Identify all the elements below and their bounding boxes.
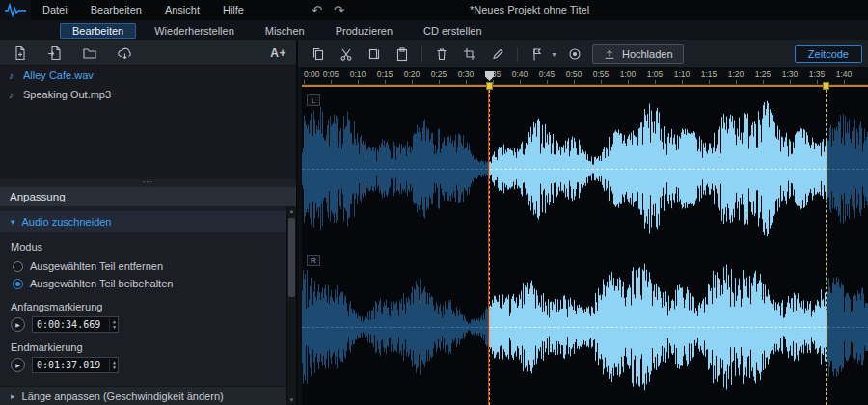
ruler-tick-label: 0:50 — [566, 69, 583, 79]
ruler-tick-label: 1:15 — [701, 69, 718, 79]
waveform-canvas[interactable] — [302, 85, 868, 405]
selection-start-handle[interactable] — [486, 82, 493, 90]
tab-wiederherstellen[interactable]: Wiederherstellen — [142, 23, 247, 39]
tab-bearbeiten[interactable]: Bearbeiten — [60, 23, 136, 39]
duplicate-icon[interactable] — [364, 44, 385, 64]
section-audio-zuschneiden[interactable]: ▾ Audio zuschneiden — [0, 211, 296, 232]
play-end-button[interactable]: ▶ — [11, 358, 25, 372]
timeline-ruler[interactable]: 0:000:050:100:150:200:250:300:350:400:45… — [302, 68, 868, 85]
selection-end-handle[interactable] — [823, 82, 829, 90]
chevron-right-icon: ▸ — [11, 392, 15, 401]
ruler-tick-mark — [466, 80, 467, 84]
window-title: *Neues Projekt ohne Titel — [470, 0, 589, 20]
paste-icon[interactable] — [392, 44, 413, 64]
ruler-tick-mark — [439, 80, 440, 84]
list-item-audio-file[interactable]: ♪ Speaking Out.mp3 — [0, 85, 296, 104]
stepper-down-icon[interactable]: ▼ — [113, 325, 116, 330]
open-folder-icon[interactable] — [79, 43, 100, 63]
radio-remove-selected-part[interactable]: Ausgewählten Teil entfernen — [0, 257, 296, 275]
channel-left-label: L — [307, 94, 320, 106]
import-file-icon[interactable] — [44, 43, 66, 63]
timecode-button[interactable]: Zeitcode — [795, 45, 862, 63]
text-to-speech-icon[interactable]: A+ — [270, 46, 286, 60]
start-mark-label: Anfangsmarkierung — [11, 301, 296, 312]
upload-label: Hochladen — [622, 48, 673, 60]
menu-datei[interactable]: Datei — [31, 0, 79, 20]
ruler-tick-label: 0:45 — [539, 69, 556, 79]
waveform-area[interactable]: L R — [302, 85, 868, 405]
ruler-tick-label: 1:10 — [674, 69, 691, 79]
ruler-tick-label: 1:35 — [809, 69, 826, 79]
start-time-field[interactable]: 0:00:34.669 ▲ ▼ — [32, 316, 119, 333]
ruler-tick-mark — [574, 80, 575, 84]
redo-icon[interactable]: ↷ — [334, 3, 344, 17]
end-time-value: 0:01:37.019 — [37, 360, 100, 370]
cut-icon[interactable] — [336, 44, 357, 64]
modus-label: Modus — [11, 241, 296, 253]
scrollbar-thumb[interactable] — [288, 218, 295, 297]
tab-produzieren[interactable]: Produzieren — [323, 23, 405, 39]
ruler-tick-label: 0:15 — [377, 69, 393, 79]
app-logo-icon — [0, 0, 31, 20]
loop-range-bar[interactable] — [302, 85, 868, 87]
menu-hilfe[interactable]: Hilfe — [211, 0, 256, 20]
cloud-download-icon[interactable] — [114, 43, 135, 63]
music-note-icon: ♪ — [9, 70, 16, 81]
marker-dropdown-icon[interactable]: ▼ — [551, 51, 557, 58]
end-time-field[interactable]: 0:01:37.019 ▲ ▼ — [32, 357, 119, 373]
toolbar-separator — [421, 47, 422, 62]
ruler-tick-mark — [331, 80, 332, 84]
menu-bearbeiten[interactable]: Bearbeiten — [79, 0, 153, 20]
scrollbar-down-icon[interactable]: ▼ — [287, 395, 296, 405]
play-icon: ▶ — [15, 362, 20, 368]
selection-start-line[interactable] — [489, 85, 490, 405]
play-start-button[interactable]: ▶ — [11, 317, 25, 332]
menu-bar: Datei Bearbeiten Ansicht Hilfe ↶ ↷ *Neue… — [0, 0, 868, 20]
import-audio-icon[interactable] — [10, 43, 31, 63]
undo-icon[interactable]: ↶ — [312, 3, 322, 17]
adjust-scrollbar[interactable]: ▲ ▼ — [286, 206, 296, 405]
start-time-stepper[interactable]: ▲ ▼ — [109, 318, 116, 331]
selection-end-line[interactable] — [826, 85, 827, 405]
ruler-tick-mark — [493, 80, 494, 84]
file-name: Alley Cafe.wav — [23, 69, 94, 81]
panel-resize-handle[interactable]: ⋯ — [0, 179, 296, 187]
ruler-tick-label: 1:00 — [620, 69, 637, 79]
ruler-tick-mark — [385, 80, 386, 84]
ruler-tick-mark — [817, 80, 818, 84]
stepper-down-icon[interactable]: ▼ — [113, 365, 116, 370]
ruler-tick-label: 1:20 — [728, 69, 745, 79]
waveform-editor: ▼ Hochladen Zeitcode 0:000:050:100:150:2… — [298, 40, 868, 405]
draw-icon[interactable] — [487, 44, 508, 64]
library-toolbar: A+ — [0, 40, 296, 66]
end-time-stepper[interactable]: ▲ ▼ — [109, 359, 116, 371]
ruler-tick-label: 0:40 — [512, 69, 529, 79]
radio-icon[interactable] — [13, 261, 23, 272]
delete-icon[interactable] — [431, 44, 452, 64]
editor-toolbar: ▼ Hochladen Zeitcode — [298, 40, 868, 68]
copy-icon[interactable] — [308, 44, 329, 64]
ruler-tick-mark — [412, 80, 413, 84]
start-time-value: 0:00:34.669 — [37, 319, 100, 330]
ruler-tick-label: 0:30 — [458, 69, 475, 79]
radio-icon[interactable] — [13, 279, 23, 289]
file-name: Speaking Out.mp3 — [23, 89, 111, 100]
marker-icon[interactable] — [527, 44, 548, 64]
menu-ansicht[interactable]: Ansicht — [153, 0, 211, 20]
tab-mischen[interactable]: Mischen — [253, 23, 317, 39]
music-note-icon: ♪ — [9, 90, 16, 100]
ruler-tick-mark — [709, 80, 710, 84]
list-item-audio-file[interactable]: ♪ Alley Cafe.wav — [0, 66, 296, 85]
preview-icon[interactable] — [564, 44, 585, 64]
upload-button[interactable]: Hochladen — [592, 44, 684, 64]
adjust-panel-title: Anpassung — [0, 187, 296, 206]
section-laenge-anpassen[interactable]: ▸ Länge anpassen (Geschwindigkeit ändern… — [0, 386, 296, 405]
radio-keep-selected-part[interactable]: Ausgewählten Teil beibehalten — [0, 275, 296, 292]
playhead-line[interactable] — [488, 85, 489, 405]
crop-icon[interactable] — [459, 44, 480, 64]
scrollbar-up-icon[interactable]: ▲ — [287, 206, 296, 216]
tab-cd-erstellen[interactable]: CD erstellen — [411, 23, 495, 39]
ruler-tick-label: 1:05 — [647, 69, 664, 79]
radio-label: Ausgewählten Teil entfernen — [30, 260, 163, 272]
ruler-tick-label: 1:25 — [755, 69, 772, 79]
